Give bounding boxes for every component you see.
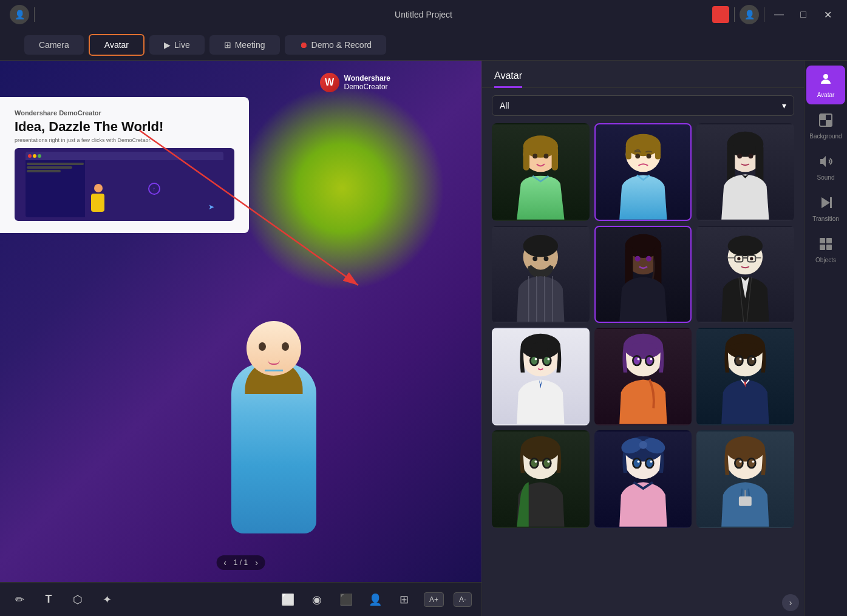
svg-point-24 (532, 256, 537, 261)
svg-point-76 (547, 461, 549, 463)
svg-point-86 (637, 461, 639, 463)
sidebar-item-background[interactable]: Background (806, 107, 845, 146)
ws-logo-line2: DemoCreator (344, 83, 390, 91)
svg-point-15 (646, 154, 651, 158)
tab-avatar[interactable]: Avatar (89, 34, 145, 56)
tab-meeting-label: Meeting (235, 40, 265, 50)
svg-marker-104 (821, 197, 830, 208)
ws-logo-line1: Wondershare (344, 74, 390, 83)
screen-mode-button[interactable]: ⬜ (278, 590, 298, 609)
record-mode-button[interactable]: ⬛ (336, 590, 356, 609)
svg-rect-109 (826, 245, 832, 250)
tab-camera[interactable]: Camera (24, 35, 84, 55)
multi-mode-button[interactable]: ⊞ (395, 590, 414, 609)
toolbar-right: ⬜ ◉ ⬛ 👤 ⊞ A+ A- (278, 590, 472, 609)
avatar-filter-dropdown[interactable]: All ▾ (492, 95, 794, 116)
avatar-card-8[interactable] (594, 328, 692, 425)
stamp-tool-button[interactable]: ✦ (97, 590, 117, 609)
background-sidebar-icon (818, 113, 833, 130)
svg-point-49 (531, 357, 537, 365)
account-icon[interactable]: 👤 (740, 5, 759, 24)
avatar-card-12[interactable] (696, 430, 794, 528)
sidebar-sound-label: Sound (817, 174, 835, 181)
prev-page-button[interactable]: ‹ (223, 558, 226, 567)
camera-pip-button[interactable]: ◉ (307, 590, 327, 609)
avatar-card-5[interactable] (594, 226, 692, 323)
canvas-viewport[interactable]: W Wondershare DemoCreator Wondershare De… (0, 61, 481, 582)
text-tool-button[interactable]: T (39, 590, 58, 609)
filter-chevron-icon: ▾ (782, 101, 786, 110)
shape-tool-button[interactable]: ⬡ (68, 590, 87, 609)
svg-point-57 (633, 357, 639, 365)
avatar-sidebar-icon (818, 72, 833, 89)
avatar-card-9[interactable] (696, 328, 794, 425)
page-info: 1 / 1 (234, 558, 248, 567)
tab-meeting[interactable]: ⊞ Meeting (209, 35, 280, 55)
avatar-panel-header: Avatar (482, 61, 804, 88)
pen-tool-button[interactable]: ✏ (10, 590, 29, 609)
close-button[interactable]: ✕ (818, 5, 837, 24)
tab-camera-label: Camera (39, 40, 69, 50)
svg-rect-107 (826, 238, 832, 243)
objects-sidebar-icon (818, 237, 833, 254)
sound-sidebar-icon (818, 154, 833, 172)
svg-rect-102 (820, 114, 826, 120)
meeting-icon: ⊞ (224, 40, 231, 50)
avatar-card-2[interactable] (594, 123, 692, 221)
avatar-card-10[interactable] (492, 430, 590, 528)
scroll-more-button[interactable]: › (782, 594, 799, 611)
avatar-mouth (268, 360, 280, 365)
svg-point-34 (634, 256, 640, 261)
sidebar-objects-label: Objects (815, 257, 836, 263)
avatar-card-6[interactable] (696, 226, 794, 323)
user-icon[interactable]: 👤 (10, 5, 29, 24)
avatar-eye-left (259, 342, 266, 351)
svg-point-66 (749, 357, 755, 365)
svg-point-67 (740, 358, 742, 360)
minimize-button[interactable]: — (769, 5, 789, 24)
svg-point-8 (544, 154, 549, 158)
sidebar-item-avatar[interactable]: Avatar (806, 66, 845, 104)
avatar-card-4[interactable] (492, 226, 590, 323)
svg-rect-103 (826, 120, 832, 126)
svg-rect-12 (625, 145, 631, 160)
slide-sub: presentations right in just a few clicks… (15, 137, 234, 143)
ws-logo-icon: W (320, 73, 339, 92)
live-icon: ▶ (164, 40, 171, 50)
transition-sidebar-icon (818, 195, 833, 213)
avatar-card-11[interactable] (594, 430, 692, 528)
tab-demo[interactable]: ⏺ Demo & Record (285, 35, 387, 55)
right-panel: Avatar All ▾ (481, 61, 847, 616)
avatar-panel-title: Avatar (494, 70, 522, 88)
next-page-button[interactable]: › (255, 558, 258, 567)
avatar-card-7[interactable] (492, 328, 590, 425)
window-title: Untitled Project (395, 10, 452, 19)
svg-point-20 (738, 154, 743, 158)
avatar-card-1[interactable] (492, 123, 590, 221)
text-increase-button[interactable]: A+ (424, 592, 444, 607)
canvas-area: W Wondershare DemoCreator Wondershare De… (0, 61, 481, 616)
svg-rect-6 (552, 147, 558, 171)
title-bar: 👤 Untitled Project 👤 — □ ✕ (0, 0, 847, 29)
slide-heading: Idea, Dazzle The World! (15, 119, 234, 135)
svg-point-94 (740, 461, 742, 463)
svg-point-50 (544, 357, 550, 365)
sidebar-item-transition[interactable]: Transition (806, 189, 845, 228)
toolbar-left: ✏ T ⬡ ✦ (10, 590, 117, 609)
person-mode-button[interactable]: 👤 (366, 590, 385, 609)
svg-point-81 (639, 441, 647, 449)
svg-point-73 (531, 459, 537, 467)
maximize-button[interactable]: □ (794, 5, 813, 24)
svg-point-44 (750, 257, 753, 260)
slide-brand: Wondershare DemoCreator (15, 109, 234, 117)
svg-point-43 (738, 257, 741, 260)
avatar-card-3[interactable] (696, 123, 794, 221)
svg-point-58 (646, 357, 652, 365)
sidebar-item-sound[interactable]: Sound (806, 148, 845, 187)
tab-live[interactable]: ▶ Live (149, 35, 205, 55)
svg-point-37 (728, 235, 763, 256)
sidebar-item-objects[interactable]: Objects (806, 231, 845, 269)
sidebar-transition-label: Transition (812, 215, 839, 222)
text-decrease-button[interactable]: A- (454, 592, 472, 607)
svg-point-85 (646, 459, 652, 467)
